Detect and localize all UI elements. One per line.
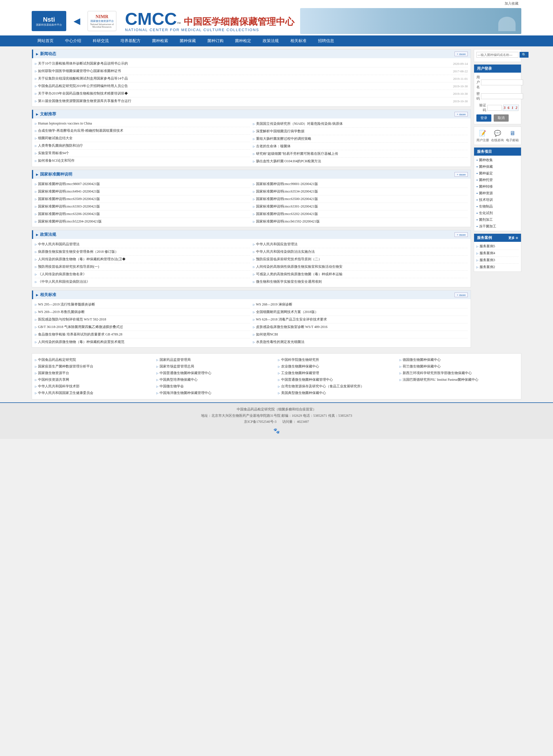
list-item[interactable]: 重组大肠杆菌发酵过程中的调控策略 <box>253 135 468 143</box>
case-item[interactable]: 服务案例4 <box>476 250 519 257</box>
list-item[interactable]: 可感染人类的高致病性病原微生物菌（毒）种或样本运输 <box>253 271 468 278</box>
footer-link-item[interactable]: 中国普通微生物菌种保藏管理中心 <box>278 376 397 383</box>
service-item[interactable]: 菌种鉴定 <box>476 170 519 177</box>
list-item[interactable]: Human leptospirosis vaccines in China <box>35 120 250 127</box>
list-item[interactable]: WS 268—2019 淋病诊断 <box>253 301 468 308</box>
list-item[interactable]: 国家标准菌种说明cmcc98007-20200421版 <box>35 181 250 188</box>
list-item[interactable]: 国家标准菌种说明cmcc63206-20200421版 <box>35 210 250 218</box>
footer-link-item[interactable]: 中国典型培养物保藏中心 <box>156 376 275 383</box>
list-item[interactable]: 人间传染的病原微生物物（毒）种保藏机构设置技术规范 <box>35 338 250 346</box>
nav-standards[interactable]: 相关标准 <box>285 36 312 47</box>
list-item[interactable]: 古老的生命体：噬菌体 <box>253 143 468 150</box>
list-item[interactable]: 中华人民共和国药品管理法 <box>35 240 250 248</box>
list-item[interactable]: 国家标准菌种说明cmcc64941-20200421版 <box>35 188 250 195</box>
list-item[interactable]: WS 628—2018 消毒产品卫生安全评价技术要求 <box>253 316 468 323</box>
news-more[interactable]: + more <box>455 52 468 56</box>
search-input[interactable] <box>476 52 519 58</box>
list-item[interactable]: 水质急性毒性的测定发光细菌法 <box>253 338 468 346</box>
service-item[interactable]: 技术培训 <box>476 197 519 203</box>
case-item[interactable]: 服务案例5 <box>476 243 519 250</box>
nav-preserve[interactable]: 菌种保藏 <box>174 36 202 47</box>
list-item[interactable]: 中华人民共和国传染病防治法实施办法 <box>253 248 468 256</box>
footer-link-item[interactable]: 中华人民共和国科学技术部 <box>35 383 154 390</box>
service-item[interactable]: 菌种保藏 <box>476 163 519 170</box>
bookmark-link[interactable]: 加入收藏 <box>504 1 519 5</box>
list-item[interactable]: 人间传染的高致病性病原微生物实验室和实验活动生物安 <box>253 263 468 271</box>
standards-more[interactable]: + more <box>455 172 468 177</box>
news-link[interactable]: 第11届全国微生物资源暨国家微生物资源库共享服务平台运行 <box>35 98 131 104</box>
footer-link-item[interactable]: 中华人民共和国国家卫生健康委员会 <box>35 390 154 396</box>
policy-more[interactable]: + more <box>455 232 468 237</box>
list-item[interactable]: 《人间传染的病原微生物名录》 <box>35 271 250 278</box>
list-item[interactable]: 全国细菌耐药监测网技术方案（2018版） <box>253 308 468 316</box>
service-item[interactable]: 菌剂加工 <box>476 216 519 223</box>
footer-link-item[interactable]: 中国科技资源共享网 <box>35 376 154 383</box>
nav-home[interactable]: 网站首页 <box>32 36 59 47</box>
service-item[interactable]: 菌种资源 <box>476 190 519 197</box>
list-item[interactable]: 国家标准菌种说明cmcc63303-20200421版 <box>35 203 250 210</box>
literature-more[interactable]: + more <box>455 112 468 117</box>
list-item[interactable]: 国家标准菌种说明cmcc99001-20200421版 <box>253 181 468 188</box>
service-item[interactable]: 冻干菌加工 <box>476 223 519 230</box>
list-item[interactable]: WS 269—2019 布鲁氏菌病诊断 <box>35 308 250 316</box>
list-item[interactable]: WS 295—2019 流行性脑脊髓膜炎诊断 <box>35 301 250 308</box>
list-item[interactable]: 微生物和生物医学实验室生物安全通用准则 <box>253 278 468 285</box>
list-item[interactable]: 皮肤感染临床微生物实验室诊断 WS/T 489-2016 <box>253 323 468 331</box>
footer-link-item[interactable]: 德国微生物菌种保藏中心 <box>399 356 518 363</box>
nav-research[interactable]: 科研交流 <box>87 36 114 47</box>
list-item[interactable]: 国家标准菌种说明cmcc63301-20200421版 <box>253 203 468 210</box>
footer-link-item[interactable]: 中国微生物学会 <box>156 383 275 390</box>
news-link[interactable]: 关于征集防尖锐湿疣核酸检测试剂盒用国家参考品等14个品 <box>35 76 128 81</box>
footer-link-item[interactable]: 中国海洋微生物菌种保藏管理中心 <box>156 390 275 396</box>
footer-link-item[interactable]: 美国典型微生物菌种保藏中心 <box>278 390 397 396</box>
password-input[interactable] <box>481 93 523 99</box>
list-item[interactable]: 研究称"超级细菌"轻易不劳杆菌可附着在医疗器械上传 <box>253 150 468 158</box>
news-link[interactable]: 如何获取中国医学细菌保藏管理中心国家标准菌种证书 <box>35 69 121 73</box>
list-item[interactable]: 预防用疫苗临床前研究技术指导原则(一) <box>35 263 250 271</box>
related-standards-more[interactable]: + more <box>455 292 468 297</box>
nav-recruit[interactable]: 招聘信息 <box>312 36 340 47</box>
list-item[interactable]: 细菌药敏试验总结大全 <box>35 135 250 142</box>
list-item[interactable]: 国家标准菌种说明cmcc63202-20200421版 <box>253 210 468 218</box>
cases-more[interactable]: 更多 ⊙ <box>508 236 518 240</box>
footer-link-item[interactable]: 工业微生物菌种保藏管理 <box>278 370 397 376</box>
user-action-item[interactable]: 🖥电子邮箱 <box>506 129 519 142</box>
list-item[interactable]: 肠出血性大肠杆菌 O104:H4的PCR检测方法 <box>253 158 468 165</box>
footer-link-item[interactable]: 国家市场监督管理总局 <box>156 363 275 370</box>
case-item[interactable]: 服务案例2 <box>476 264 519 270</box>
nav-intro[interactable]: 中心介绍 <box>59 36 87 47</box>
footer-link-item[interactable]: 法国巴斯德研究所PIL' Institut Pasteur菌种保藏中心 <box>399 376 518 383</box>
news-link[interactable]: 关于10个注册检验用体外诊断试剂国家参考品说明书公示的 <box>35 61 128 66</box>
footer-link-item[interactable]: 中国普通微生物菌种保藏管理中心 <box>156 370 275 376</box>
footer-link-item[interactable]: 国家微生物资源平台 <box>35 370 154 376</box>
search-button[interactable]: 🔍 <box>520 52 529 58</box>
list-item[interactable]: 如何使用NCBI <box>253 331 468 338</box>
user-action-item[interactable]: 💬在线咨询 <box>491 129 504 142</box>
nav-order[interactable]: 菌种订购 <box>202 36 229 47</box>
nav-policy[interactable]: 政策法规 <box>257 36 285 47</box>
list-item[interactable]: 国家标准菌种说明cmcc63500-20200421版 <box>253 195 468 203</box>
list-item[interactable]: 美国国立传染病研究所（NIAID）对最危险传染病/病原体 <box>253 120 468 128</box>
list-item[interactable]: 中华人民共和国应急管理法 <box>253 240 468 248</box>
footer-link-item[interactable]: 台湾生物资源保存及研究中心（食品工业发展研究所） <box>278 383 397 390</box>
news-link[interactable]: 中国食品药品检定研究院2019年公开招聘编外特用人员公告 <box>35 84 128 88</box>
list-item[interactable]: 医院感染预防与控制评价规范 WS/T 592-2018 <box>35 316 250 323</box>
list-item[interactable]: 国家标准菌种说明cmccb61592-20200421版 <box>253 218 468 225</box>
nav-test[interactable]: 菌种检定 <box>229 36 257 47</box>
service-item[interactable]: 菌种转移 <box>476 183 519 190</box>
footer-link-item[interactable]: 荷兰微生物菌种保藏中心 <box>399 363 518 370</box>
case-item[interactable]: 服务案例3 <box>476 257 519 264</box>
list-item[interactable]: 国家标准菌种说明cmcc63534-20200421版 <box>253 188 468 195</box>
service-item[interactable]: 生化试剂 <box>476 210 519 216</box>
username-input[interactable] <box>481 79 523 85</box>
footer-link-item[interactable]: 国家药品监督管理局 <box>156 356 275 363</box>
footer-link-item[interactable]: 新西兰环境科学研究所医学部微生物保藏中心 <box>399 370 518 376</box>
list-item[interactable]: 深度解析中国细菌流行病学数据 <box>253 128 468 135</box>
list-item[interactable]: 国家标准菌种说明cmcc63509-20200421版 <box>35 195 250 203</box>
service-item[interactable]: 菌种托管 <box>476 177 519 183</box>
cancel-button[interactable]: 取消 <box>494 115 508 122</box>
list-item[interactable]: 食品微生物学检验 培养基和试剂的质量要求 GB 4789.28 <box>35 331 250 338</box>
news-link[interactable]: 关于举办2019年全国药品微生物检验控制技术精要培训班◆ <box>35 91 128 96</box>
footer-link-item[interactable]: 中国食品药品检定研究院 <box>35 356 154 363</box>
footer-link-item[interactable]: 国家疫苗生产菌种数据管理分析平台 <box>35 363 154 370</box>
